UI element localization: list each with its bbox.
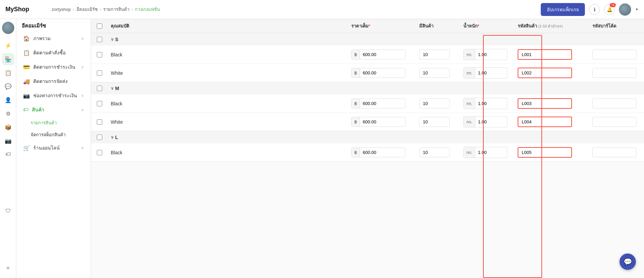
main-layout: ⚡ 🏪 📋 💬 👤 ⚙ 📦 📷 🏷 🛡 » อีคอมเมิร์ซ 🏠 ภาพร…: [0, 19, 644, 278]
sku-input-l-black[interactable]: [518, 147, 572, 158]
table-row: Black ฿ กก.: [91, 94, 644, 113]
sku-input-s-black[interactable]: [518, 49, 572, 60]
breadcrumb-zortyshop[interactable]: zortyshop: [52, 7, 71, 12]
size-m-checkbox[interactable]: [97, 86, 102, 91]
barcode-input-m-black[interactable]: [592, 99, 637, 108]
icon-strip-orders[interactable]: 📋: [2, 67, 14, 79]
breadcrumb-products[interactable]: รายการสินค้า: [103, 6, 129, 13]
size-s-checkbox[interactable]: [97, 37, 102, 42]
payment-channel-chevron: ∨: [81, 93, 84, 98]
home-icon: 🏠: [23, 35, 30, 42]
sidebar-item-payment-channel[interactable]: 📷 ช่องทางการชำระเงิน ∨: [18, 88, 89, 103]
weight-input-m-white[interactable]: [475, 117, 497, 126]
sidebar-item-shipping[interactable]: 🚚 ติดตามการจัดส่ง: [18, 74, 89, 88]
row-m-white-checkbox[interactable]: [97, 119, 102, 125]
user-menu-chevron[interactable]: ▼: [635, 7, 639, 11]
stock-input-l-black[interactable]: [419, 147, 450, 157]
content-area: คุณสมบัติ ราคาเต็ม* มีสินค้า น้ำหนัก* รห…: [91, 19, 644, 278]
info-button[interactable]: ℹ: [589, 4, 600, 15]
header-attribute: คุณสมบัติ: [108, 22, 348, 30]
stock-input-m-white[interactable]: [419, 117, 450, 127]
stock-input-s-white[interactable]: [419, 68, 450, 78]
sidebar-item-online-store[interactable]: 🛒 ร้านออนไลน์ ∨: [18, 141, 89, 155]
sku-input-s-white[interactable]: [518, 68, 572, 78]
row-s-white-checkbox[interactable]: [97, 70, 102, 76]
stock-input-m-black[interactable]: [419, 99, 450, 108]
icon-strip-expand[interactable]: »: [2, 262, 14, 274]
barcode-input-l-black[interactable]: [592, 147, 637, 157]
breadcrumb-ecommerce[interactable]: อีคอมเมิร์ซ: [76, 6, 98, 13]
weight-field-l-black: กก.: [463, 147, 507, 158]
sidebar-item-overview[interactable]: 🏠 ภาพรวม ∨: [18, 31, 89, 46]
product-name-s-white: White: [108, 70, 348, 76]
sidebar-sub-item-product-list[interactable]: รายการสินค้า: [16, 117, 91, 129]
sku-input-m-black[interactable]: [518, 98, 572, 109]
product-name-s-black: Black: [108, 52, 348, 57]
weight-unit: กก.: [464, 147, 475, 158]
user-avatar[interactable]: [619, 3, 631, 16]
weight-input-m-black[interactable]: [475, 99, 497, 108]
barcode-input-s-white[interactable]: [592, 68, 637, 78]
upgrade-button[interactable]: อัปเกรดแพ็กเกจ: [541, 3, 585, 16]
header-barcode: รหัสบาร์โค้ด: [590, 22, 644, 30]
icon-strip-delivery[interactable]: 📦: [2, 121, 14, 133]
orders-icon: 📋: [23, 50, 30, 56]
payment-track-icon: 💳: [23, 64, 30, 70]
stock-input-s-black[interactable]: [419, 50, 450, 59]
price-input-m-white[interactable]: [360, 117, 391, 126]
header-checkbox-col: [91, 23, 108, 29]
weight-unit: กก.: [464, 68, 475, 78]
select-all-checkbox[interactable]: [97, 23, 102, 29]
weight-field-s-black: กก.: [463, 49, 507, 60]
products-chevron: ∧: [81, 108, 84, 112]
icon-strip: ⚡ 🏪 📋 💬 👤 ⚙ 📦 📷 🏷 🛡 »: [0, 19, 16, 278]
sidebar-sub-item-stock[interactable]: จัดการสต็อกสินค้า: [16, 129, 91, 141]
currency-symbol: ฿: [352, 68, 360, 77]
top-navigation: MyShop zortyshop › อีคอมเมิร์ซ › รายการส…: [0, 0, 644, 19]
support-button[interactable]: 💬: [620, 254, 636, 270]
products-icon: 🏷: [23, 107, 29, 113]
weight-input-l-black[interactable]: [475, 148, 497, 157]
icon-strip-tag[interactable]: 🏷: [2, 148, 14, 160]
size-l-checkbox[interactable]: [97, 135, 102, 140]
weight-input-s-white[interactable]: [475, 68, 497, 77]
size-m-expand[interactable]: ∨: [111, 86, 114, 91]
size-group-s: ∨ S Black ฿: [91, 33, 644, 82]
weight-unit: กก.: [464, 49, 475, 60]
sidebar-item-payment-track[interactable]: 💳 ติดตามการชำระเงิน ∨: [18, 60, 89, 74]
sku-input-m-white[interactable]: [518, 117, 572, 127]
table-row: White ฿ กก.: [91, 64, 644, 82]
weight-input-s-black[interactable]: [475, 50, 497, 59]
price-input-s-black[interactable]: [360, 50, 391, 59]
row-s-black-checkbox[interactable]: [97, 52, 102, 57]
price-input-m-black[interactable]: [360, 99, 391, 108]
currency-symbol: ฿: [352, 99, 360, 108]
icon-strip-home[interactable]: ⚡: [2, 39, 14, 52]
icon-strip-shop[interactable]: 🏪: [2, 53, 14, 65]
size-s-expand[interactable]: ∨: [111, 37, 114, 42]
weight-unit: กก.: [464, 117, 475, 127]
currency-symbol: ฿: [352, 117, 360, 126]
price-input-l-black[interactable]: [360, 148, 391, 157]
breadcrumb-current: กางเกงแฟชั่น: [135, 6, 160, 13]
icon-strip-security[interactable]: 🛡: [2, 205, 14, 217]
barcode-input-s-black[interactable]: [592, 50, 637, 59]
sidebar-item-orders[interactable]: 📋 ติดตามคำสั่งซื้อ: [18, 46, 89, 60]
product-name-m-white: White: [108, 119, 348, 125]
header-sku: รหัสสินค้า (2-50 ตัวอักษร): [515, 22, 590, 30]
header-price: ราคาเต็ม*: [348, 22, 416, 30]
sidebar-item-products[interactable]: 🏷 สินค้า ∧: [18, 103, 89, 117]
row-l-black-checkbox[interactable]: [97, 150, 102, 155]
icon-strip-camera[interactable]: 📷: [2, 135, 14, 147]
icon-strip-user[interactable]: 👤: [2, 94, 14, 106]
icon-strip-chat[interactable]: 💬: [2, 80, 14, 92]
size-label-s: ∨ S: [108, 37, 348, 42]
size-l-expand[interactable]: ∨: [111, 135, 114, 140]
price-field-l-black: ฿: [351, 147, 406, 157]
icon-strip-settings[interactable]: ⚙: [2, 107, 14, 120]
price-input-s-white[interactable]: [360, 68, 391, 77]
row-m-black-checkbox[interactable]: [97, 101, 102, 106]
barcode-input-m-white[interactable]: [592, 117, 637, 127]
notification-button[interactable]: 🔔 79: [604, 4, 615, 15]
breadcrumb: zortyshop › อีคอมเมิร์ซ › รายการสินค้า ›…: [52, 6, 160, 13]
